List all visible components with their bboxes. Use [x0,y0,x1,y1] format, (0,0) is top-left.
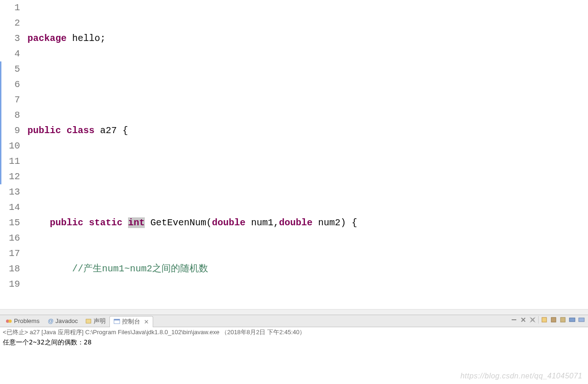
line-number: 7 [0,92,20,108]
keyword-public: public [27,125,61,136]
problems-icon [6,318,12,324]
line-number: 12 [0,169,20,184]
line-number: 15 [0,215,20,230]
line-number: 5 [0,61,20,77]
line-number: 10 [0,138,20,154]
code-line[interactable]: public static int GetEvenNum(double num1… [26,215,588,230]
tab-console[interactable]: 控制台 ✕ [109,316,153,327]
svg-rect-7 [542,317,547,322]
tab-problems[interactable]: Problems [2,316,43,327]
code-text: num1, [245,217,279,228]
svg-rect-6 [512,319,516,320]
pin-console-icon[interactable] [559,316,567,323]
line-number: 16 [0,230,20,246]
remove-terminated-icon[interactable] [529,316,536,323]
code-editor[interactable]: 1 2 3 4 5 6 7 8 9 10 11 12 13 14 15 16 1… [0,0,588,309]
watermark-text: https://blog.csdn.net/qq_41045071 [460,372,582,380]
code-text: a27 { [95,125,128,136]
console-launch-info: a27 [Java 应用程序] C:\Program Files\Java\jd… [30,329,306,336]
console-icon [114,318,120,325]
keyword-package: package [27,33,67,44]
code-text: hello; [67,33,106,44]
code-line[interactable] [26,169,588,184]
line-number: 6 [0,77,20,92]
display-selected-icon[interactable] [568,316,576,323]
line-number: 18 [0,261,20,276]
code-line[interactable]: //产生num1~num2之间的随机数 [26,261,588,276]
code-line[interactable]: int s = (int)num1 + (int)(Math.random()*… [26,307,588,309]
console-line: 任意一个2~32之间的偶数：28 [3,338,92,346]
line-number: 2 [0,15,20,31]
line-number: 8 [0,108,20,123]
open-console-icon[interactable] [578,316,585,323]
code-text: GetEvenNum( [145,217,212,228]
clear-console-icon[interactable] [550,316,557,323]
code-line[interactable]: public class a27 { [26,123,588,138]
svg-rect-11 [579,318,584,322]
scroll-lock-icon[interactable] [541,316,548,323]
svg-rect-5 [114,319,120,321]
tab-label: Javadoc [55,317,78,324]
code-line[interactable] [26,77,588,92]
console-status-prefix: <已终止> [3,329,30,336]
javadoc-icon: @ [47,318,54,324]
code-line[interactable]: package hello; [26,31,588,46]
keyword-static: static [89,217,122,228]
line-number: 19 [0,276,20,292]
remove-all-icon[interactable] [520,316,527,323]
tab-label: 控制台 [122,317,140,326]
horizontal-scrollbar[interactable] [0,309,588,315]
keyword-class: class [67,125,95,136]
line-number-gutter: 1 2 3 4 5 6 7 8 9 10 11 12 13 14 15 16 1… [0,0,26,309]
comment: //产生num1~num2之间的随机数 [72,263,208,274]
keyword-int: int [128,217,145,228]
code-text: num2) { [312,217,357,228]
svg-rect-3 [86,319,91,323]
keyword-double: double [212,217,245,228]
console-toolbar [510,316,585,323]
tab-javadoc[interactable]: @ Javadoc [43,316,81,327]
svg-rect-10 [569,318,575,322]
line-number: 1 [0,0,20,15]
tab-label: Problems [14,317,40,324]
keyword-public: public [50,217,83,228]
code-text-area[interactable]: package hello; public class a27 { public… [26,0,588,309]
keyword-double: double [279,217,312,228]
line-number: 17 [0,246,20,261]
svg-rect-9 [561,317,565,322]
change-marker [0,61,1,184]
view-tabs: Problems @ Javadoc 声明 控制台 ✕ [0,315,588,327]
declaration-icon [85,318,92,324]
console-launch-header: <已终止> a27 [Java 应用程序] C:\Program Files\J… [0,327,588,337]
line-number: 9 [0,123,20,138]
close-icon[interactable]: ✕ [144,318,149,325]
tab-declaration[interactable]: 声明 [81,316,109,327]
separator [538,316,539,323]
line-number: 13 [0,184,20,200]
line-number: 14 [0,200,20,215]
remove-launch-icon[interactable] [510,316,518,323]
svg-rect-8 [551,317,556,322]
svg-point-1 [8,319,12,323]
line-number: 3 [0,31,20,46]
line-number: 4 [0,46,20,61]
tab-label: 声明 [94,317,106,325]
line-number: 11 [0,154,20,169]
svg-text:@: @ [48,318,54,324]
